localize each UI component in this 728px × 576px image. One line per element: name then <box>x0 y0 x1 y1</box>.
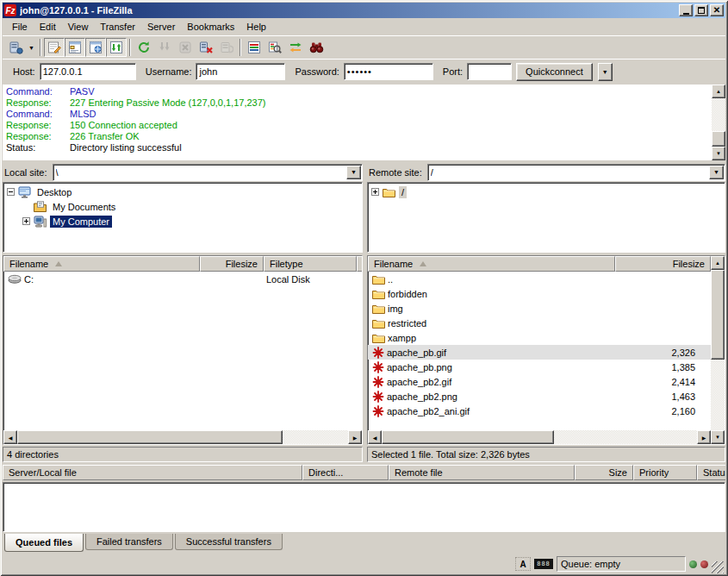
minimize-button[interactable] <box>679 4 693 16</box>
local-site-dropdown-button[interactable]: ▼ <box>346 166 361 179</box>
scroll-up-icon[interactable]: ▲ <box>711 256 725 270</box>
remote-tree-item-blank[interactable]: / <box>368 185 725 199</box>
scroll-left-icon[interactable]: ◀ <box>368 430 382 444</box>
speed-limit-icon[interactable]: 888 <box>534 559 553 569</box>
remote-site-dropdown-button[interactable]: ▼ <box>709 166 724 179</box>
scroll-right-icon[interactable]: ▶ <box>697 430 711 444</box>
filename-text: C: <box>24 274 34 285</box>
find-button[interactable] <box>306 38 327 57</box>
filename-cell: apache_pb.gif <box>368 347 615 359</box>
column-header-directi[interactable]: Directi... <box>302 465 389 480</box>
transfer-type-icon[interactable]: A <box>515 557 531 571</box>
local-site-bar: Local site: ▼ <box>3 163 363 181</box>
menu-server[interactable]: Server <box>141 20 181 34</box>
scroll-track[interactable] <box>283 430 348 444</box>
site-manager-button[interactable] <box>5 38 26 57</box>
remote-file-row-apache-pb2-png[interactable]: apache_pb2.png1,463 <box>368 389 711 404</box>
local-site-input[interactable] <box>53 166 345 179</box>
scroll-thumb[interactable] <box>382 430 554 444</box>
menu-transfer[interactable]: Transfer <box>94 20 141 34</box>
column-header-filesize[interactable]: Filesize <box>615 256 711 272</box>
remote-file-row-img[interactable]: img <box>368 301 711 316</box>
collapse-icon[interactable] <box>7 188 15 196</box>
log-vertical-scrollbar[interactable]: ▲ ▼ <box>712 85 725 160</box>
column-header-remote-file[interactable]: Remote file <box>389 465 575 480</box>
column-header-filename[interactable]: Filename <box>3 256 200 272</box>
quickconnect-dropdown-button[interactable]: ▼ <box>598 63 613 81</box>
expand-icon[interactable] <box>371 188 379 196</box>
column-header-filesize[interactable]: Filesize <box>200 256 264 272</box>
remote-file-row-apache-pb-gif[interactable]: apache_pb.gif2,326 <box>368 345 711 360</box>
scroll-track[interactable] <box>554 430 697 444</box>
local-horizontal-scrollbar[interactable]: ◀ ▶ <box>3 430 362 444</box>
menu-bookmarks[interactable]: Bookmarks <box>181 20 240 34</box>
column-header-filename[interactable]: Filename <box>368 256 615 272</box>
remote-file-row-xampp[interactable]: xampp <box>368 330 711 345</box>
local-tree-item-my-computer[interactable]: My Computer <box>3 214 362 229</box>
remote-file-row-apache-pb2-ani-gif[interactable]: apache_pb2_ani.gif2,160 <box>368 404 711 418</box>
column-header-server-local-file[interactable]: Server/Local file <box>3 465 302 480</box>
menu-edit[interactable]: Edit <box>34 20 62 34</box>
remote-site-input[interactable] <box>428 166 708 179</box>
expand-icon[interactable] <box>22 217 30 225</box>
sync-browse-button[interactable] <box>285 38 306 57</box>
remote-horizontal-scrollbar[interactable]: ◀ ▶ <box>368 430 711 444</box>
filesize-cell: 1,463 <box>615 391 698 402</box>
column-header-filetype[interactable]: Filetype <box>264 256 357 272</box>
toggle-queue-button[interactable] <box>106 38 127 57</box>
username-input[interactable] <box>196 63 285 80</box>
remote-file-row-blank[interactable]: .. <box>368 272 711 286</box>
port-input[interactable] <box>467 63 512 80</box>
remote-file-row-apache-pb-png[interactable]: apache_pb.png1,385 <box>368 360 711 374</box>
remote-site-label: Remote site: <box>367 167 424 178</box>
local-tree-item-my-documents[interactable]: My Documents <box>3 199 362 214</box>
local-file-row-c[interactable]: C:Local Disk <box>3 272 362 286</box>
scroll-down-icon[interactable]: ▼ <box>711 430 725 444</box>
close-button[interactable]: ✕ <box>710 4 724 16</box>
scroll-thumb[interactable] <box>17 430 283 444</box>
apache-icon <box>372 405 384 417</box>
filter-button[interactable] <box>244 38 264 57</box>
refresh-button[interactable] <box>134 38 154 57</box>
toggle-log-button[interactable] <box>44 38 65 57</box>
toggle-remote-tree-button[interactable] <box>85 38 106 57</box>
folder-icon <box>372 318 385 329</box>
local-tree-item-desktop[interactable]: Desktop <box>3 185 362 199</box>
menu-view[interactable]: View <box>62 20 95 34</box>
column-header-priority[interactable]: Priority <box>633 465 697 480</box>
remote-vertical-scrollbar[interactable]: ▲ ▼ <box>711 256 725 444</box>
scroll-track[interactable] <box>711 360 725 430</box>
tab-queued-files[interactable]: Queued files <box>4 534 84 552</box>
toggle-local-tree-button[interactable] <box>65 38 85 57</box>
find-icon <box>309 41 324 53</box>
filename-text: apache_pb2.gif <box>387 377 451 387</box>
quickconnect-button[interactable]: Quickconnect <box>516 63 593 81</box>
scroll-up-icon[interactable]: ▲ <box>712 85 725 98</box>
menu-help[interactable]: Help <box>240 20 272 34</box>
scroll-down-icon[interactable]: ▼ <box>712 147 725 160</box>
tab-failed-transfers[interactable]: Failed transfers <box>85 534 173 550</box>
menu-file[interactable]: File <box>6 20 34 34</box>
tab-successful-transfers[interactable]: Successful transfers <box>175 534 283 550</box>
column-header-size[interactable]: Size <box>575 465 633 480</box>
remote-file-row-apache-pb2-gif[interactable]: apache_pb2.gif2,414 <box>368 374 711 389</box>
compare-button[interactable] <box>264 38 285 57</box>
maximize-button[interactable] <box>694 4 708 16</box>
scroll-thumb[interactable] <box>712 131 725 147</box>
remote-file-row-restricted[interactable]: restricted <box>368 316 711 330</box>
disconnect-button[interactable] <box>196 38 216 57</box>
column-header-l[interactable]: L <box>357 256 362 272</box>
toolbar-separator <box>240 39 241 56</box>
column-header-status[interactable]: Status <box>697 465 725 480</box>
scroll-right-icon[interactable]: ▶ <box>348 430 362 444</box>
scroll-thumb[interactable] <box>711 270 725 360</box>
site-manager-dropdown-button[interactable]: ▼ <box>26 38 37 57</box>
remote-file-row-forbidden[interactable]: forbidden <box>368 286 711 301</box>
scroll-left-icon[interactable]: ◀ <box>3 430 17 444</box>
transfer-queue-body[interactable] <box>3 482 725 532</box>
apache-icon <box>372 347 384 359</box>
scroll-track[interactable] <box>712 98 725 131</box>
host-input[interactable] <box>40 63 136 80</box>
resize-grip[interactable] <box>712 561 724 573</box>
password-input[interactable] <box>344 63 433 80</box>
